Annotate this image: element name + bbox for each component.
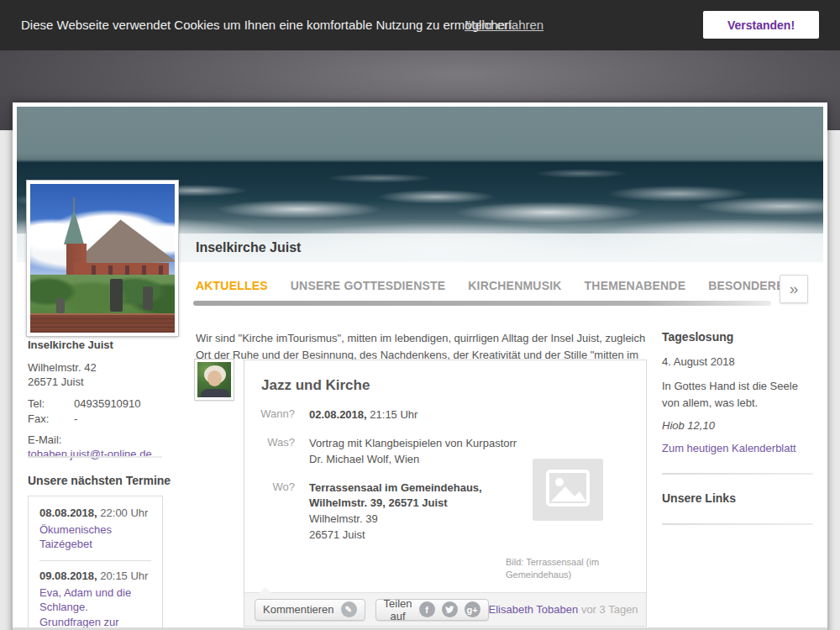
- article-image-caption: Bild: Terrassensaal (im Gemeindehaus): [506, 556, 632, 582]
- tab-kirchenmusik[interactable]: KIRCHENMUSIK: [468, 279, 561, 292]
- article-image-placeholder: [533, 459, 603, 521]
- right-sidebar: Tageslosung 4. August 2018 In Gottes Han…: [662, 330, 813, 525]
- what-label: Was?: [244, 436, 295, 468]
- event-time: 20:15 Uhr: [100, 570, 148, 582]
- photo-church-spire: [64, 209, 84, 244]
- comment-button[interactable]: Kommentieren ✎: [255, 599, 365, 621]
- cookie-accept-button[interactable]: Verstanden!: [703, 11, 819, 39]
- where-city: 26571 Juist: [309, 528, 365, 541]
- sidebar-divider: [28, 456, 162, 458]
- contact-block: Inselkirche Juist Wilhelmstr. 42 26571 J…: [28, 339, 166, 460]
- author-avatar: [195, 360, 234, 400]
- what-line: Dr. Michael Wolf, Wien: [309, 452, 519, 468]
- tab-themenabende[interactable]: THEMENABENDE: [585, 279, 686, 292]
- time-ago: vor 3 Tagen: [581, 603, 638, 616]
- tab-aktuelles[interactable]: AKTUELLES: [196, 279, 268, 292]
- event-link[interactable]: Ökumenisches Taizégebet: [39, 522, 151, 552]
- event-divider: [39, 560, 151, 561]
- article-title: Jazz und Kirche: [261, 377, 646, 394]
- event-date: 08.08.2018,: [39, 507, 97, 519]
- cookie-message: Diese Webseite verwendet Cookies um Ihne…: [21, 18, 515, 32]
- googleplus-icon[interactable]: g+: [465, 601, 480, 617]
- avatar-face: [207, 370, 222, 386]
- pencil-icon: ✎: [341, 601, 357, 617]
- comment-button-label: Kommentieren: [263, 603, 334, 616]
- article-footer: Kommentieren ✎ Teilen auf f g+ Elisabeth…: [244, 592, 646, 626]
- termine-heading: Unsere nächsten Termine: [28, 474, 171, 487]
- event-time: 22:00 Uhr: [100, 507, 148, 519]
- image-placeholder-icon: [543, 468, 593, 512]
- event-date: 09.08.2018,: [39, 570, 97, 582]
- event-link[interactable]: Eva, Adam und die Schlange. Grundfragen …: [39, 585, 151, 630]
- contact-name: Inselkirche Juist: [28, 339, 166, 351]
- author-link[interactable]: Elisabeth Tobaben: [489, 603, 579, 616]
- fax-label: Fax:: [28, 412, 74, 425]
- when-date: 02.08.2018,: [309, 408, 367, 421]
- nav-divider-bar: [193, 301, 771, 306]
- when-time: 21:15 Uhr: [370, 408, 417, 421]
- sidebar-divider: [662, 523, 813, 525]
- tel-label: Tel:: [28, 397, 74, 410]
- share-button[interactable]: Teilen auf f g+: [375, 599, 489, 621]
- email-label: E-Mail:: [28, 433, 166, 448]
- event-item: 09.08.2018, 20:15 Uhr Eva, Adam und die …: [39, 570, 151, 630]
- contact-email-link[interactable]: tobaben.juist@t-online.de: [28, 448, 152, 460]
- cookie-banner: Diese Webseite verwendet Cookies um Ihne…: [0, 0, 840, 50]
- facebook-icon[interactable]: f: [419, 601, 435, 617]
- where-venue: Terrassensaal im Gemeindehaus,: [309, 481, 482, 494]
- photo-gravestone: [110, 279, 123, 312]
- photo-gravestone: [143, 286, 153, 310]
- article-byline: Elisabeth Tobaben vor 3 Tagen: [489, 603, 638, 616]
- main-navigation: AKTUELLES UNSERE GOTTESDIENSTE KIRCHENMU…: [196, 279, 792, 292]
- tab-unsere-gottesdienste[interactable]: UNSERE GOTTESDIENSTE: [291, 279, 445, 292]
- nav-more-button[interactable]: »: [780, 275, 808, 303]
- where-street: Wilhelmstr. 39: [309, 512, 378, 525]
- contact-street: Wilhelmstr. 42: [28, 361, 166, 375]
- termine-box: 08.08.2018, 22:00 Uhr Ökumenisches Taizé…: [28, 496, 163, 630]
- where-label: Wo?: [244, 480, 295, 543]
- sidebar-divider: [662, 473, 813, 475]
- share-button-label: Teilen auf: [384, 597, 412, 622]
- twitter-icon[interactable]: [442, 601, 458, 617]
- tageslosung-verse: In Gottes Hand ist die Seele von allem, …: [662, 378, 813, 411]
- kalenderblatt-link[interactable]: Zum heutigen Kalenderblatt: [662, 442, 796, 454]
- where-venue-address: Wilhelmstr. 39, 26571 Juist: [309, 496, 448, 509]
- tageslosung-source: Hiob 12,10: [662, 419, 813, 432]
- photo-gravestone: [56, 298, 65, 313]
- fax-value: -: [74, 412, 77, 425]
- what-line: Vortrag mit Klangbeispielen von Kurpasto…: [309, 436, 519, 452]
- unsere-links-heading: Unsere Links: [662, 491, 813, 505]
- cookie-learn-more-link[interactable]: Mehr erfahren: [465, 18, 543, 32]
- photo-brick-wall: [30, 313, 175, 333]
- article-when-row: Wann? 02.08.2018, 21:15 Uhr: [244, 407, 646, 423]
- tageslosung-date: 4. August 2018: [662, 355, 813, 368]
- tageslosung-heading: Tageslosung: [662, 330, 813, 344]
- tel-value: 04935910910: [74, 397, 141, 410]
- article-card: Jazz und Kirche Wann? 02.08.2018, 21:15 …: [244, 360, 647, 627]
- photo-garden: [30, 275, 175, 317]
- contact-city: 26571 Juist: [28, 375, 166, 390]
- chevron-double-right-icon: »: [790, 280, 799, 297]
- church-photo: [27, 181, 178, 336]
- avatar-body: [201, 389, 229, 400]
- event-item: 08.08.2018, 22:00 Uhr Ökumenisches Taizé…: [39, 507, 151, 552]
- when-label: Wann?: [244, 407, 295, 423]
